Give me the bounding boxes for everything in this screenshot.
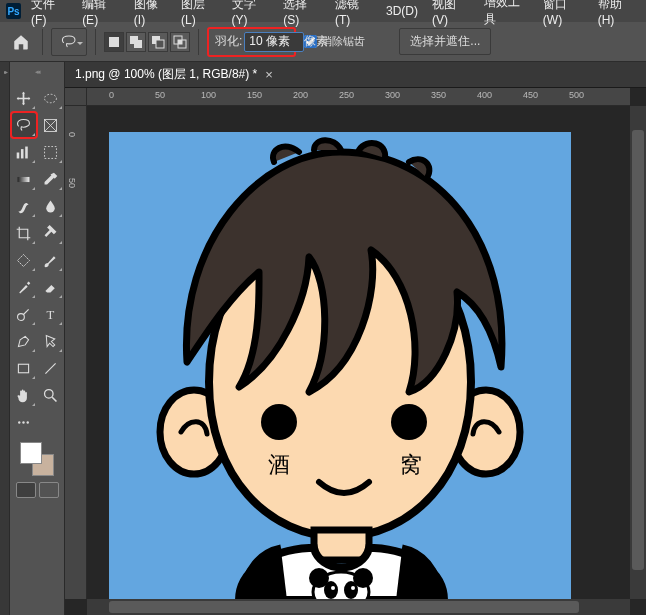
marquee-tool[interactable]	[39, 86, 63, 110]
smudge-icon	[15, 198, 32, 215]
selection-tool[interactable]	[39, 140, 63, 164]
feather-input[interactable]	[244, 32, 304, 52]
menu-select[interactable]: 选择(S)	[279, 0, 325, 29]
smudge-tool[interactable]	[12, 194, 36, 218]
ruler-origin[interactable]	[65, 88, 87, 106]
gradient-tool[interactable]	[12, 167, 36, 191]
artboard[interactable]: 酒 窝	[109, 132, 571, 600]
antialias-input[interactable]	[304, 35, 317, 48]
history-brush-tool[interactable]	[12, 275, 36, 299]
hand-tool[interactable]	[12, 383, 36, 407]
close-icon[interactable]: ×	[265, 67, 273, 82]
svg-point-23	[45, 389, 54, 398]
svg-point-36	[324, 581, 338, 599]
patch-tool[interactable]	[12, 248, 36, 272]
zoom-icon	[42, 387, 59, 404]
menu-type[interactable]: 文字(Y)	[228, 0, 274, 29]
pen-tool[interactable]	[12, 329, 36, 353]
marquee-icon	[42, 90, 59, 107]
svg-rect-0	[109, 37, 119, 47]
menu-plugins[interactable]: 增效工具	[480, 0, 533, 30]
canvas[interactable]: 酒 窝	[87, 106, 630, 599]
brush-tool[interactable]	[39, 248, 63, 272]
selection-mode-group	[104, 32, 190, 52]
dodge-tool[interactable]	[12, 302, 36, 326]
menu-image[interactable]: 图像(I)	[130, 0, 171, 29]
standard-mode[interactable]	[16, 482, 36, 498]
menu-layer[interactable]: 图层(L)	[177, 0, 221, 29]
shape-tool[interactable]	[12, 356, 36, 380]
spot-heal-tool[interactable]	[39, 221, 63, 245]
horizontal-ruler[interactable]: 0 50 100 150 200 250 300 350 400 450 500	[87, 88, 630, 106]
home-button[interactable]	[8, 29, 34, 55]
selection-intersect-icon	[173, 35, 187, 49]
svg-rect-17	[17, 254, 29, 266]
scrollbar-thumb[interactable]	[632, 130, 644, 570]
feather-label: 羽化:	[215, 33, 242, 50]
selection-subtract[interactable]	[148, 32, 168, 52]
crop-tool[interactable]	[12, 221, 36, 245]
collapsed-panel-strip[interactable]	[0, 62, 10, 615]
svg-rect-7	[178, 40, 182, 44]
quickmask-mode[interactable]	[39, 482, 59, 498]
move-tool[interactable]	[12, 86, 36, 110]
canvas-wrap: 0 50 100 150 200 250 300 350 400 450 500…	[65, 88, 646, 615]
home-icon	[12, 33, 30, 51]
svg-point-37	[344, 581, 358, 599]
avatar-illustration: 酒 窝	[109, 132, 571, 600]
menu-window[interactable]: 窗口(W)	[539, 0, 588, 29]
svg-point-26	[22, 421, 24, 423]
cheek-text-right: 窝	[400, 452, 422, 477]
tool-palette: T	[10, 62, 65, 615]
menu-file[interactable]: 文件(F)	[27, 0, 72, 29]
wand-icon	[15, 144, 32, 161]
frame-tool[interactable]	[39, 113, 63, 137]
magic-wand-tool[interactable]	[12, 140, 36, 164]
patch-icon	[15, 252, 32, 269]
selection-add[interactable]	[126, 32, 146, 52]
svg-rect-14	[25, 146, 28, 158]
menu-help[interactable]: 帮助(H)	[594, 0, 640, 29]
heal-icon	[42, 225, 59, 242]
line-icon	[42, 360, 59, 377]
svg-point-27	[27, 421, 29, 423]
select-and-mask-button[interactable]: 选择并遮住...	[399, 28, 491, 55]
app-logo: Ps	[6, 3, 21, 19]
gradient-icon	[15, 171, 32, 188]
vertical-ruler[interactable]: 0 50	[65, 106, 87, 599]
type-tool[interactable]: T	[39, 302, 63, 326]
color-swatches[interactable]	[20, 442, 54, 476]
path-select-tool[interactable]	[39, 329, 63, 353]
lasso-tool[interactable]	[12, 113, 36, 137]
lasso-icon	[60, 33, 78, 51]
blur-tool[interactable]	[39, 194, 63, 218]
svg-rect-21	[18, 364, 28, 373]
history-brush-icon	[15, 279, 32, 296]
document-tab[interactable]: 1.png @ 100% (图层 1, RGB/8#) * ×	[65, 62, 646, 88]
line-tool[interactable]	[39, 356, 63, 380]
eraser-icon	[42, 279, 59, 296]
crop-icon	[15, 225, 32, 242]
foreground-color-swatch[interactable]	[20, 442, 42, 464]
zoom-tool[interactable]	[39, 383, 63, 407]
selection-intersect[interactable]	[170, 32, 190, 52]
eraser-tool[interactable]	[39, 275, 63, 299]
eyedropper-tool[interactable]	[39, 167, 63, 191]
menu-filter[interactable]: 滤镜(T)	[331, 0, 376, 29]
scrollbar-thumb[interactable]	[109, 601, 579, 613]
antialias-checkbox[interactable]: 消除锯齿	[304, 34, 365, 49]
menu-edit[interactable]: 编辑(E)	[78, 0, 124, 29]
menu-view[interactable]: 视图(V)	[428, 0, 474, 29]
menu-3d[interactable]: 3D(D)	[382, 2, 422, 20]
selection-new[interactable]	[104, 32, 124, 52]
workspace: T 1.png @ 100% (图层 1, RGB/8#) * ×	[0, 62, 646, 615]
edit-toolbar[interactable]	[12, 410, 36, 434]
pen-icon	[15, 333, 32, 350]
blur-icon	[42, 198, 59, 215]
tool-preset-picker[interactable]	[51, 28, 87, 56]
svg-rect-4	[156, 40, 164, 48]
svg-point-38	[331, 586, 335, 590]
vertical-scrollbar[interactable]	[630, 106, 646, 599]
horizontal-scrollbar[interactable]	[87, 599, 630, 615]
svg-rect-16	[18, 176, 30, 181]
